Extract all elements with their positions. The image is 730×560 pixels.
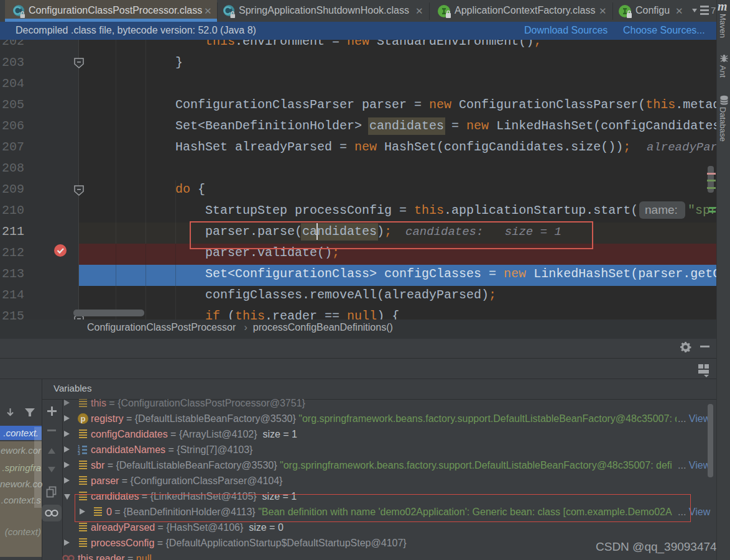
svg-text:3: 3 (78, 451, 80, 455)
